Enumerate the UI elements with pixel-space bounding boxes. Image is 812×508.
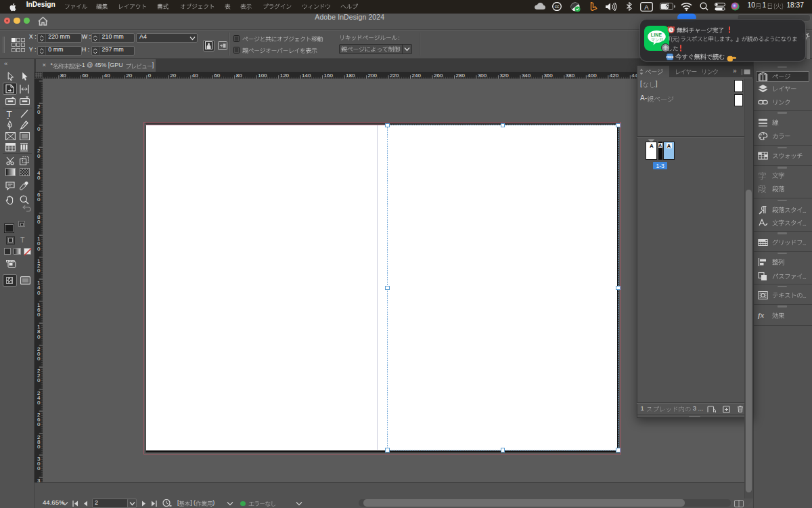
svg-text:40: 40 [104, 72, 110, 79]
svg-text:80: 80 [236, 72, 242, 79]
svg-text:260: 260 [434, 72, 443, 79]
svg-text:0: 0 [37, 153, 41, 159]
svg-text:80: 80 [60, 72, 66, 79]
svg-text:360: 360 [543, 72, 553, 79]
svg-text:0: 0 [148, 72, 152, 79]
svg-text:20: 20 [126, 72, 132, 79]
svg-text:0: 0 [37, 465, 41, 471]
svg-text:0: 0 [37, 356, 41, 362]
svg-text:40: 40 [192, 72, 198, 79]
svg-text:0: 0 [37, 246, 41, 252]
svg-text:3: 3 [37, 478, 41, 482]
svg-text:100: 100 [258, 72, 267, 79]
svg-text:400: 400 [587, 72, 597, 79]
svg-text:cc: cc [555, 4, 560, 9]
svg-text:200: 200 [368, 72, 378, 79]
svg-text:0: 0 [37, 126, 41, 132]
svg-text:0: 0 [37, 290, 41, 296]
svg-text:20: 20 [170, 72, 176, 79]
svg-text:280: 280 [456, 72, 466, 79]
svg-text:0: 0 [37, 334, 41, 340]
svg-text:320: 320 [499, 72, 509, 79]
svg-text:120: 120 [280, 72, 290, 79]
svg-text:240: 240 [412, 72, 422, 79]
svg-text:0: 0 [37, 109, 41, 115]
svg-text:A: A [644, 3, 649, 10]
svg-text:0: 0 [37, 377, 41, 383]
svg-text:340: 340 [522, 72, 531, 79]
svg-text:140: 140 [302, 72, 311, 79]
svg-text:380: 380 [566, 72, 575, 79]
svg-text:160: 160 [324, 72, 334, 79]
svg-text:420: 420 [610, 72, 619, 79]
svg-text:0: 0 [37, 400, 41, 406]
svg-text:60: 60 [214, 72, 220, 79]
svg-text:0: 0 [37, 444, 41, 450]
svg-text:0: 0 [37, 196, 41, 203]
svg-text:60: 60 [82, 72, 88, 79]
svg-text:0: 0 [37, 312, 41, 318]
svg-text:0: 0 [37, 268, 41, 274]
svg-text:180: 180 [346, 72, 355, 79]
svg-text:0: 0 [37, 219, 41, 225]
svg-text:0: 0 [37, 175, 41, 181]
svg-text:220: 220 [390, 72, 399, 79]
svg-text:0: 0 [37, 421, 41, 427]
svg-text:300: 300 [478, 72, 487, 79]
